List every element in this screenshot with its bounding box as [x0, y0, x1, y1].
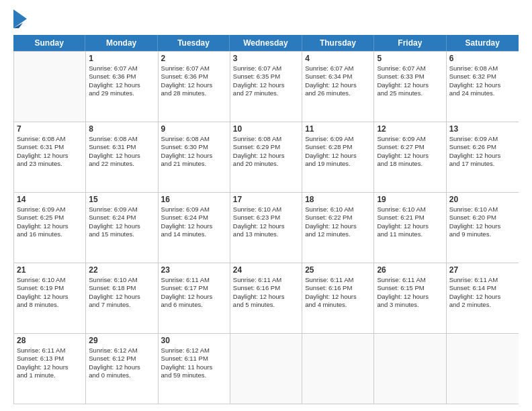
day-number: 30: [161, 336, 227, 345]
cell-info-line: Daylight: 12 hours: [377, 222, 443, 230]
cell-info-line: Daylight: 12 hours: [305, 222, 371, 230]
day-number: 5: [377, 54, 443, 63]
weekday-header-saturday: Saturday: [447, 35, 519, 51]
cell-info-line: and 19 minutes.: [305, 160, 371, 168]
cell-info-line: Sunset: 6:36 PM: [161, 73, 227, 81]
cell-info-line: Daylight: 11 hours: [161, 363, 227, 371]
cell-info-line: Sunset: 6:27 PM: [377, 143, 443, 151]
day-number: 12: [377, 124, 443, 134]
cell-info-line: Sunset: 6:26 PM: [449, 143, 516, 151]
calendar-cell: 26Sunrise: 6:11 AMSunset: 6:15 PMDayligh…: [374, 263, 446, 333]
cell-info-line: Daylight: 12 hours: [89, 222, 154, 230]
cell-info-line: and 25 minutes.: [377, 89, 443, 97]
day-number: 16: [161, 195, 227, 204]
cell-info-line: and 22 minutes.: [89, 160, 154, 168]
calendar-cell: 22Sunrise: 6:10 AMSunset: 6:18 PMDayligh…: [86, 263, 158, 333]
cell-info-line: Daylight: 12 hours: [161, 81, 227, 89]
calendar-cell: 29Sunrise: 6:12 AMSunset: 6:12 PMDayligh…: [86, 334, 158, 404]
calendar-row-5: 28Sunrise: 6:11 AMSunset: 6:13 PMDayligh…: [14, 333, 519, 404]
cell-info-line: and 6 minutes.: [161, 301, 227, 309]
day-number: 3: [233, 54, 299, 63]
day-number: 15: [89, 195, 154, 204]
day-number: 2: [161, 54, 227, 63]
day-number: 19: [377, 195, 443, 204]
day-number: 23: [161, 265, 227, 275]
cell-info-line: Sunset: 6:28 PM: [305, 143, 371, 151]
cell-info-line: Daylight: 12 hours: [161, 293, 227, 301]
cell-info-line: Sunset: 6:31 PM: [17, 143, 83, 151]
cell-info-line: Sunset: 6:19 PM: [17, 284, 83, 292]
cell-info-line: Sunset: 6:24 PM: [161, 214, 227, 222]
calendar-cell: 8Sunrise: 6:08 AMSunset: 6:31 PMDaylight…: [86, 122, 158, 192]
cell-info-line: and 29 minutes.: [89, 89, 154, 97]
calendar-row-2: 7Sunrise: 6:08 AMSunset: 6:31 PMDaylight…: [14, 122, 519, 192]
cell-info-line: Daylight: 12 hours: [89, 81, 154, 89]
day-number: 21: [17, 265, 83, 275]
day-number: 9: [161, 124, 227, 134]
cell-info-line: Sunset: 6:16 PM: [305, 284, 371, 292]
cell-info-line: and 7 minutes.: [89, 301, 154, 309]
cell-info-line: and 3 minutes.: [377, 301, 443, 309]
weekday-header-wednesday: Wednesday: [230, 35, 302, 51]
cell-info-line: Daylight: 12 hours: [377, 81, 443, 89]
calendar-cell: [230, 334, 302, 404]
cell-info-line: Daylight: 12 hours: [377, 293, 443, 301]
cell-info-line: Sunset: 6:30 PM: [161, 143, 227, 151]
cell-info-line: Sunrise: 6:09 AM: [89, 205, 154, 214]
cell-info-line: Sunrise: 6:11 AM: [305, 276, 371, 284]
cell-info-line: and 11 minutes.: [377, 230, 443, 238]
cell-info-line: and 21 minutes.: [161, 160, 227, 168]
cell-info-line: and 15 minutes.: [89, 230, 154, 238]
cell-info-line: Sunset: 6:34 PM: [305, 73, 371, 81]
cell-info-line: Sunset: 6:21 PM: [377, 214, 443, 222]
calendar-body: 1Sunrise: 6:07 AMSunset: 6:36 PMDaylight…: [13, 51, 519, 404]
day-number: 26: [377, 265, 443, 275]
cell-info-line: and 14 minutes.: [161, 230, 227, 238]
calendar-cell: 28Sunrise: 6:11 AMSunset: 6:13 PMDayligh…: [14, 334, 86, 404]
cell-info-line: Sunset: 6:18 PM: [89, 284, 154, 292]
day-number: 25: [305, 265, 371, 275]
calendar-cell: 24Sunrise: 6:11 AMSunset: 6:16 PMDayligh…: [230, 263, 302, 333]
calendar-cell: 11Sunrise: 6:09 AMSunset: 6:28 PMDayligh…: [302, 122, 374, 192]
cell-info-line: and 24 minutes.: [449, 89, 516, 97]
weekday-header-friday: Friday: [374, 35, 446, 51]
cell-info-line: and 20 minutes.: [233, 160, 299, 168]
calendar-cell: 7Sunrise: 6:08 AMSunset: 6:31 PMDaylight…: [14, 122, 86, 192]
day-number: 13: [449, 124, 516, 134]
cell-info-line: Sunrise: 6:11 AM: [233, 276, 299, 284]
cell-info-line: Sunset: 6:15 PM: [377, 284, 443, 292]
calendar-row-3: 14Sunrise: 6:09 AMSunset: 6:25 PMDayligh…: [14, 192, 519, 263]
cell-info-line: Daylight: 12 hours: [233, 222, 299, 230]
weekday-header-tuesday: Tuesday: [158, 35, 230, 51]
cell-info-line: Daylight: 12 hours: [305, 152, 371, 160]
calendar-cell: 30Sunrise: 6:12 AMSunset: 6:11 PMDayligh…: [159, 334, 230, 404]
cell-info-line: Sunset: 6:22 PM: [305, 214, 371, 222]
cell-info-line: Sunrise: 6:09 AM: [17, 205, 83, 214]
cell-info-line: Sunrise: 6:07 AM: [161, 64, 227, 73]
cell-info-line: Daylight: 12 hours: [233, 81, 299, 89]
calendar-cell: 13Sunrise: 6:09 AMSunset: 6:26 PMDayligh…: [447, 122, 519, 192]
calendar-cell: 12Sunrise: 6:09 AMSunset: 6:27 PMDayligh…: [374, 122, 446, 192]
cell-info-line: and 17 minutes.: [449, 160, 516, 168]
cell-info-line: and 23 minutes.: [17, 160, 83, 168]
cell-info-line: Sunrise: 6:11 AM: [161, 276, 227, 284]
cell-info-line: Daylight: 12 hours: [161, 152, 227, 160]
cell-info-line: and 0 minutes.: [89, 371, 154, 379]
cell-info-line: Sunrise: 6:08 AM: [449, 64, 516, 73]
cell-info-line: Sunrise: 6:09 AM: [305, 135, 371, 143]
cell-info-line: Sunset: 6:24 PM: [89, 214, 154, 222]
cell-info-line: Daylight: 12 hours: [17, 152, 83, 160]
cell-info-line: Sunrise: 6:11 AM: [17, 347, 83, 355]
cell-info-line: Daylight: 12 hours: [89, 293, 154, 301]
cell-info-line: Daylight: 12 hours: [449, 222, 516, 230]
cell-info-line: and 4 minutes.: [305, 301, 371, 309]
calendar: SundayMondayTuesdayWednesdayThursdayFrid…: [13, 35, 519, 404]
weekday-header-sunday: Sunday: [13, 35, 85, 51]
cell-info-line: Sunset: 6:36 PM: [89, 73, 154, 81]
day-number: 8: [89, 124, 154, 134]
cell-info-line: Daylight: 12 hours: [233, 152, 299, 160]
cell-info-line: Sunrise: 6:09 AM: [449, 135, 516, 143]
cell-info-line: Daylight: 12 hours: [17, 222, 83, 230]
day-number: 18: [305, 195, 371, 204]
cell-info-line: Daylight: 12 hours: [377, 152, 443, 160]
